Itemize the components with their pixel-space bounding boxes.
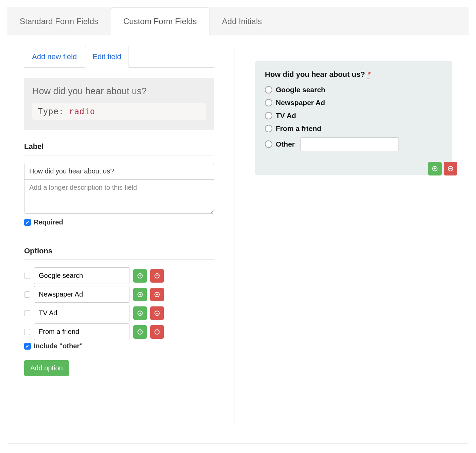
preview-option-label: Google search — [276, 86, 325, 94]
field-type-box: Type: radio — [32, 103, 206, 120]
preview-actions — [428, 162, 457, 175]
tab-standard-form-fields[interactable]: Standard Form Fields — [7, 7, 111, 35]
minus-circle-icon — [154, 329, 160, 335]
option-add-button[interactable] — [133, 288, 147, 301]
tab-custom-form-fields[interactable]: Custom Form Fields — [111, 7, 209, 35]
option-default-checkbox[interactable] — [24, 329, 30, 335]
option-add-button[interactable] — [133, 306, 147, 320]
minus-circle-icon — [154, 273, 160, 279]
editor-column: Add new field Edit field How did you hea… — [24, 46, 235, 426]
include-other-row[interactable]: Include "other" — [24, 342, 214, 350]
option-add-button[interactable] — [133, 269, 147, 283]
preview-radio-option[interactable]: From a friend — [265, 124, 442, 133]
plus-circle-icon — [137, 329, 143, 335]
label-section: Label Required — [24, 142, 214, 226]
required-checkbox-row[interactable]: Required — [24, 218, 214, 226]
preview-remove-field-button[interactable] — [444, 162, 457, 175]
option-default-checkbox[interactable] — [24, 273, 30, 279]
option-remove-button[interactable] — [150, 325, 164, 339]
preview-option-label: From a friend — [276, 124, 321, 133]
include-other-checkbox[interactable] — [24, 343, 31, 350]
option-input[interactable] — [34, 286, 130, 303]
preview-other-label: Other — [276, 140, 295, 148]
required-label: Required — [34, 218, 63, 226]
field-summary: How did you hear about us? Type: radio — [24, 78, 214, 130]
radio-icon[interactable] — [265, 99, 272, 106]
field-type-label: Type: — [38, 107, 64, 116]
option-row — [24, 267, 214, 284]
add-option-button[interactable]: Add option — [24, 360, 69, 376]
radio-icon[interactable] — [265, 112, 272, 119]
options-heading: Options — [24, 247, 214, 260]
preview-radio-option[interactable]: Google search — [265, 86, 442, 94]
option-default-checkbox[interactable] — [24, 291, 30, 298]
option-remove-button[interactable] — [150, 288, 164, 301]
preview-radio-option-other[interactable]: Other — [265, 137, 442, 151]
radio-icon[interactable] — [265, 140, 272, 148]
option-input[interactable] — [34, 323, 130, 340]
preview-add-field-button[interactable] — [428, 162, 442, 175]
option-row — [24, 286, 214, 303]
option-row — [24, 323, 214, 340]
plus-circle-icon — [432, 166, 438, 172]
preview-title-text: How did you hear about us? — [265, 70, 365, 79]
option-input[interactable] — [34, 305, 130, 321]
top-tabs: Standard Form Fields Custom Form Fields … — [7, 7, 469, 35]
tab-add-initials[interactable]: Add Initials — [209, 7, 274, 35]
sub-tabs: Add new field Edit field — [24, 46, 214, 68]
field-summary-title: How did you hear about us? — [32, 86, 206, 97]
field-type-value: radio — [69, 107, 95, 116]
minus-circle-icon — [154, 310, 160, 316]
option-row — [24, 305, 214, 321]
plus-circle-icon — [137, 291, 143, 298]
preview-option-label: TV Ad — [276, 112, 296, 120]
required-indicator: * — [367, 70, 372, 79]
minus-circle-icon — [154, 291, 160, 298]
option-default-checkbox[interactable] — [24, 310, 30, 316]
radio-icon[interactable] — [265, 125, 272, 132]
preview-radio-option[interactable]: TV Ad — [265, 112, 442, 120]
tab-add-new-field[interactable]: Add new field — [24, 46, 85, 68]
radio-icon[interactable] — [265, 86, 272, 94]
label-input[interactable] — [24, 163, 214, 180]
label-heading: Label — [24, 142, 214, 155]
plus-circle-icon — [137, 310, 143, 316]
option-remove-button[interactable] — [150, 306, 164, 320]
preview-card: How did you hear about us? * Google sear… — [255, 61, 452, 175]
required-checkbox[interactable] — [24, 219, 31, 226]
option-remove-button[interactable] — [150, 269, 164, 283]
preview-other-input[interactable] — [300, 137, 399, 151]
minus-circle-icon — [447, 166, 454, 172]
preview-column: How did you hear about us? * Google sear… — [235, 46, 452, 426]
form-builder-panel: Standard Form Fields Custom Form Fields … — [7, 7, 469, 444]
preview-title: How did you hear about us? * — [265, 70, 442, 79]
option-input[interactable] — [34, 267, 130, 284]
preview-option-label: Newspaper Ad — [276, 99, 325, 107]
description-textarea[interactable] — [24, 180, 214, 214]
include-other-label: Include "other" — [34, 342, 83, 350]
options-section: Options — [24, 247, 214, 376]
preview-radio-option[interactable]: Newspaper Ad — [265, 99, 442, 107]
option-add-button[interactable] — [133, 325, 147, 339]
tab-edit-field[interactable]: Edit field — [85, 46, 129, 68]
plus-circle-icon — [137, 273, 143, 279]
